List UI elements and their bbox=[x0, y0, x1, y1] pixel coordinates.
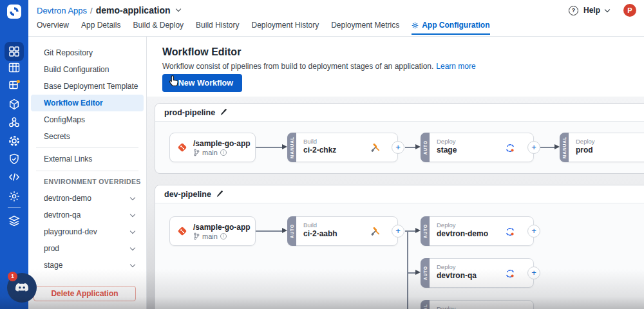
workflow-editor-panel: Workflow Editor Workflow consist of pipe… bbox=[147, 37, 644, 309]
devtron-app-window: Devtron Apps / demo-application Help P O… bbox=[0, 0, 644, 309]
node-name: prod bbox=[576, 145, 595, 154]
sidebar-item-configmaps[interactable]: ConfigMaps bbox=[31, 111, 144, 128]
sidebar-item-secrets[interactable]: Secrets bbox=[31, 128, 144, 145]
app-switcher-chevron-icon[interactable] bbox=[175, 6, 180, 12]
tab-app-configuration[interactable]: App Configuration bbox=[412, 21, 489, 35]
nav-rail bbox=[0, 0, 28, 309]
sidebar-item-base-deployment-template[interactable]: Base Deployment Template bbox=[31, 78, 144, 95]
help-menu[interactable]: Help bbox=[583, 6, 600, 15]
tab-build-history[interactable]: Build History bbox=[196, 21, 239, 33]
info-icon[interactable] bbox=[220, 233, 227, 239]
app-list-icon[interactable] bbox=[8, 61, 21, 74]
workflow-name: dev-pipeline bbox=[164, 190, 211, 199]
node-type-label: Deploy bbox=[576, 138, 595, 145]
learn-more-link[interactable]: Learn more bbox=[436, 62, 475, 71]
rollout-deploy-icon bbox=[505, 227, 515, 237]
new-workflow-button[interactable]: + New Workflow bbox=[162, 74, 242, 92]
chart-store-icon[interactable] bbox=[8, 135, 21, 147]
sidebar-item-git-repository[interactable]: Git Repository bbox=[31, 44, 144, 61]
trigger-type-bar: MANUAL bbox=[287, 133, 296, 162]
help-chevron-icon bbox=[605, 6, 610, 12]
page-title: Workflow Editor bbox=[162, 46, 241, 58]
branch-name: main bbox=[202, 149, 218, 156]
git-source-node[interactable]: /sample-go-app main bbox=[169, 133, 256, 162]
deploy-node-partial[interactable]: MANUAL Deploy bbox=[421, 300, 534, 309]
tab-deployment-history[interactable]: Deployment History bbox=[251, 21, 319, 33]
edit-pencil-icon[interactable] bbox=[220, 109, 227, 116]
env-item-devtron-qa[interactable]: devtron-qa bbox=[31, 207, 144, 223]
deploy-node-stage[interactable]: AUTO Deploy stage bbox=[421, 133, 534, 162]
workflow-card-prod-pipeline: prod-pipeline /sample-go-app main bbox=[155, 103, 644, 174]
node-name: ci-2-aabh bbox=[303, 229, 337, 238]
clusters-icon[interactable] bbox=[8, 116, 21, 129]
apps-grid-icon[interactable] bbox=[8, 45, 21, 58]
env-item-devtron-demo[interactable]: devtron-demo bbox=[31, 190, 144, 207]
git-source-node[interactable]: /sample-go-app main bbox=[169, 216, 256, 246]
discord-logo-icon bbox=[14, 281, 30, 294]
rail-divider bbox=[8, 207, 21, 208]
deploy-node-devtron-qa[interactable]: AUTO Deploy devtron-qa bbox=[421, 258, 534, 288]
connector-branch-line bbox=[407, 231, 408, 309]
rollout-deploy-icon bbox=[505, 268, 515, 279]
deploy-node-prod[interactable]: MANUAL Deploy prod bbox=[560, 133, 644, 162]
env-item-prod[interactable]: prod bbox=[31, 240, 144, 257]
connector-arrowhead bbox=[415, 228, 421, 233]
node-name: ci-2-chkz bbox=[303, 145, 336, 154]
devtron-logo-icon[interactable] bbox=[6, 4, 22, 22]
connector-line bbox=[256, 230, 282, 232]
git-material-icon bbox=[176, 225, 188, 237]
add-pipeline-plus-button[interactable] bbox=[392, 225, 404, 238]
env-item-playground-dev[interactable]: playground-dev bbox=[31, 223, 144, 240]
build-node-ci-2-aabh[interactable]: AUTO Build ci-2-aabh bbox=[287, 216, 398, 246]
deploy-node-devtron-demo[interactable]: AUTO Deploy devtron-demo bbox=[421, 216, 534, 246]
build-tools-icon bbox=[371, 143, 381, 153]
trigger-type-bar: AUTO bbox=[287, 216, 296, 246]
connector-arrowhead bbox=[415, 144, 421, 149]
chevron-down-icon bbox=[130, 228, 135, 233]
build-node-ci-2-chkz[interactable]: MANUAL Build ci-2-chkz bbox=[287, 133, 398, 162]
tab-overview[interactable]: Overview bbox=[37, 21, 69, 33]
repo-name: /sample-go-app bbox=[193, 223, 251, 232]
app-tabs: Overview App Details Build & Deploy Buil… bbox=[37, 21, 490, 37]
env-item-stage[interactable]: stage bbox=[31, 257, 144, 274]
connector-line bbox=[540, 147, 554, 148]
helm-apps-cube-icon[interactable] bbox=[8, 98, 21, 111]
jobs-icon[interactable] bbox=[8, 79, 21, 91]
add-pipeline-plus-button[interactable] bbox=[392, 141, 404, 154]
edit-pencil-icon[interactable] bbox=[216, 191, 223, 198]
code-icon[interactable] bbox=[8, 171, 21, 183]
chevron-down-icon bbox=[130, 261, 135, 267]
notification-badge: 1 bbox=[8, 272, 17, 281]
node-type-label: Build bbox=[303, 221, 337, 229]
chevron-down-icon bbox=[130, 194, 135, 200]
tab-deployment-metrics[interactable]: Deployment Metrics bbox=[331, 21, 399, 33]
sidebar-item-external-links[interactable]: External Links bbox=[31, 151, 144, 167]
add-pipeline-plus-button[interactable] bbox=[527, 267, 540, 279]
stack-manager-icon[interactable] bbox=[8, 214, 21, 227]
breadcrumb: Devtron Apps / demo-application Help P bbox=[28, 0, 644, 21]
connector-line bbox=[256, 147, 282, 148]
add-pipeline-plus-button[interactable] bbox=[527, 225, 540, 238]
breadcrumb-app-group-link[interactable]: Devtron Apps bbox=[37, 6, 87, 15]
trigger-type-bar: AUTO bbox=[421, 133, 430, 162]
discord-chat-button[interactable]: 1 bbox=[7, 273, 37, 303]
user-avatar[interactable]: P bbox=[623, 4, 636, 17]
node-type-label: Deploy bbox=[437, 221, 488, 229]
security-shield-icon[interactable] bbox=[8, 153, 21, 165]
environment-overrides-heading: ENVIRONMENT OVERRIDES bbox=[44, 178, 141, 185]
sidebar-item-workflow-editor[interactable]: Workflow Editor bbox=[31, 95, 144, 111]
trigger-type-bar: AUTO bbox=[421, 258, 430, 288]
branch-name: main bbox=[202, 232, 218, 240]
info-icon[interactable] bbox=[220, 149, 227, 156]
trigger-type-bar: MANUAL bbox=[421, 300, 430, 309]
global-config-gear-icon[interactable] bbox=[8, 190, 21, 203]
tab-app-details[interactable]: App Details bbox=[81, 21, 120, 33]
trigger-type-bar: AUTO bbox=[421, 216, 430, 246]
top-header: Devtron Apps / demo-application Help P O… bbox=[28, 0, 644, 37]
tab-build-deploy[interactable]: Build & Deploy bbox=[133, 21, 184, 33]
add-pipeline-plus-button[interactable] bbox=[527, 141, 540, 154]
connector-arrowhead bbox=[415, 270, 421, 275]
sidebar-item-build-configuration[interactable]: Build Configuration bbox=[31, 61, 144, 78]
trigger-type-bar: MANUAL bbox=[560, 133, 569, 162]
delete-application-button[interactable]: Delete Application bbox=[33, 286, 136, 301]
